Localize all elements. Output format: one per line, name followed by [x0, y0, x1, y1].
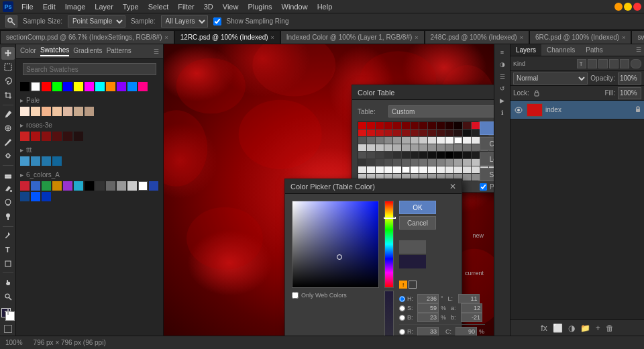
new-group-btn[interactable]: 📁 [580, 323, 590, 333]
ct-cell[interactable] [437, 152, 445, 158]
filter-adj-btn[interactable] [588, 59, 597, 68]
pale-swatch-1[interactable] [31, 107, 40, 116]
fx-btn[interactable]: fx [541, 323, 547, 333]
adjustments-icon[interactable]: ◑ [494, 59, 510, 70]
only-web-colors-checkbox[interactable] [292, 292, 299, 299]
ct-cell[interactable] [463, 166, 471, 173]
a-input[interactable] [461, 303, 482, 313]
6c-swatch-0[interactable] [20, 181, 30, 191]
r-radio[interactable] [399, 329, 405, 335]
ct-cell[interactable] [367, 159, 375, 166]
ct-cell[interactable] [463, 130, 471, 136]
layer-row-0[interactable]: index [511, 101, 644, 119]
6c-swatch-13[interactable] [20, 192, 30, 201]
ct-cell[interactable] [472, 152, 480, 158]
pale-swatch-5[interactable] [74, 107, 83, 116]
delete-layer-btn[interactable]: 🗑 [606, 323, 614, 333]
ct-cell[interactable] [411, 130, 419, 136]
ct-cell[interactable] [428, 152, 436, 158]
marquee-tool[interactable] [1, 61, 15, 74]
color-tab[interactable]: Color [20, 47, 36, 56]
ct-cell[interactable] [358, 130, 366, 136]
menu-view[interactable]: View [219, 0, 243, 13]
swatch-white[interactable] [31, 82, 40, 91]
menu-type[interactable]: Type [119, 0, 143, 13]
menu-layer[interactable]: Layer [91, 0, 117, 13]
tab-2-close[interactable]: × [415, 34, 418, 41]
ct-cell[interactable] [428, 122, 436, 129]
clone-tool[interactable] [1, 150, 15, 162]
ct-cell[interactable] [384, 122, 392, 129]
swatch-blue[interactable] [63, 82, 72, 91]
menu-plugins[interactable]: Plugins [244, 0, 276, 13]
cp-ok-btn[interactable]: OK [399, 201, 436, 214]
6c-swatch-8[interactable] [106, 181, 115, 191]
tab-4[interactable]: 6RC.psd @ 100% (Indexed) × [529, 30, 631, 44]
ct-cell[interactable] [393, 130, 401, 136]
filter-type-btn[interactable]: T [577, 59, 586, 68]
tab-1-close[interactable]: × [271, 34, 274, 41]
panel-menu-btn[interactable]: ☰ [154, 48, 159, 55]
color-table-cancel-btn[interactable]: Cancel [480, 137, 494, 150]
ct-cell[interactable] [463, 137, 471, 144]
roses-toggle[interactable]: ▸ [20, 121, 23, 129]
color-table-save-btn[interactable]: Save... [480, 168, 494, 181]
ct-cell[interactable] [367, 144, 375, 151]
6c-swatch-1[interactable] [31, 181, 40, 191]
ct-cell[interactable] [463, 152, 471, 158]
ttt-swatch-0[interactable] [20, 156, 30, 166]
paint-bucket-tool[interactable] [1, 183, 15, 195]
6c-swatch-5[interactable] [74, 181, 83, 191]
6c-swatch-3[interactable] [52, 181, 62, 191]
quick-mask-btn[interactable] [4, 325, 12, 333]
ct-cell[interactable] [419, 159, 427, 166]
paths-tab[interactable]: Paths [580, 44, 608, 56]
web-safe-swatch[interactable] [409, 281, 417, 289]
swatch-orange[interactable] [106, 82, 115, 91]
6c-swatch-7[interactable] [95, 181, 105, 191]
channels-tab[interactable]: Channels [541, 44, 580, 56]
ct-cell[interactable] [393, 122, 401, 129]
layer-0-visibility[interactable] [513, 105, 524, 115]
ct-cell[interactable] [463, 122, 471, 129]
6c-swatch-9[interactable] [117, 181, 126, 191]
lock-pixels-btn[interactable] [532, 89, 541, 98]
zoom-tool[interactable] [1, 290, 15, 303]
brush-tool[interactable] [1, 136, 15, 148]
tab-2[interactable]: Indexed Color @ 100% (Layer 1, RGB/8#) × [280, 30, 425, 44]
ct-cell[interactable] [445, 144, 453, 151]
ct-cell[interactable] [402, 122, 410, 129]
info-icon[interactable]: ℹ [494, 107, 510, 118]
6c-swatch-2[interactable] [42, 181, 51, 191]
roses-swatch-1[interactable] [31, 132, 40, 141]
ct-cell[interactable] [393, 166, 401, 173]
ct-cell[interactable] [367, 152, 375, 158]
swatch-magenta[interactable] [85, 82, 94, 91]
ct-cell[interactable] [454, 130, 462, 136]
ct-cell[interactable] [454, 144, 462, 151]
properties-icon[interactable]: ≡ [494, 47, 510, 58]
ct-cell[interactable] [411, 166, 419, 173]
menu-edit[interactable]: Edit [39, 0, 60, 13]
color-table-ok-btn[interactable]: OK [480, 121, 494, 135]
color-picker-close-btn[interactable]: ✕ [449, 182, 456, 191]
roses-swatch-4[interactable] [63, 132, 72, 141]
ct-cell[interactable] [445, 130, 453, 136]
alpha-slider[interactable] [384, 291, 394, 336]
tab-3[interactable]: 248C.psd @ 100% (Indexed) × [425, 30, 529, 44]
hue-slider[interactable] [384, 201, 394, 288]
preview-checkbox[interactable] [480, 183, 487, 191]
minimize-btn[interactable] [614, 3, 623, 11]
ct-cell[interactable] [419, 137, 427, 144]
dodge-tool[interactable] [1, 211, 15, 223]
ct-cell[interactable] [445, 122, 453, 129]
ct-cell[interactable] [411, 152, 419, 158]
color-field[interactable] [292, 201, 379, 288]
ct-cell[interactable] [472, 130, 480, 136]
ct-cell[interactable] [411, 122, 419, 129]
ct-cell[interactable] [358, 159, 366, 166]
ct-cell[interactable] [445, 159, 453, 166]
table-select[interactable]: Custom [388, 105, 494, 117]
ct-cell[interactable] [419, 152, 427, 158]
libraries-icon[interactable]: ☰ [494, 71, 510, 82]
